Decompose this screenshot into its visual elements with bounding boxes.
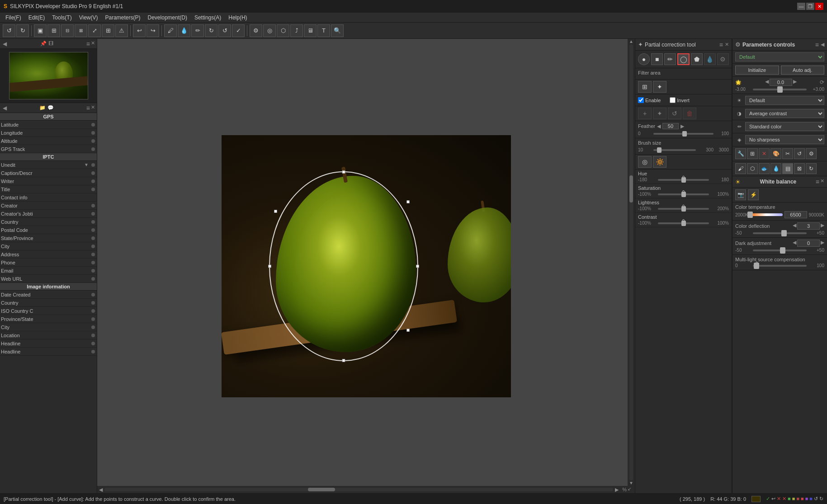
exposure-track[interactable] <box>753 89 807 90</box>
wb-preset-btn[interactable]: 📷 <box>735 189 746 200</box>
contrast-indicator[interactable] <box>681 221 686 226</box>
menu-settings[interactable]: Settings(A) <box>191 14 225 22</box>
search-btn[interactable]: 🔍 <box>331 24 344 37</box>
icon-btn-trim[interactable]: ✂ <box>782 148 793 159</box>
preset-select[interactable]: Default <box>735 52 824 61</box>
hue-track[interactable]: 0 <box>658 179 709 181</box>
sat-track[interactable]: 0 <box>658 193 709 195</box>
minimize-button[interactable]: — <box>797 3 805 10</box>
pct-row2-btn2[interactable]: ✦ <box>653 81 666 93</box>
pct-adjust-icon1[interactable]: 💧 <box>704 53 716 65</box>
pct-icon2-btn1[interactable]: + <box>638 108 652 119</box>
initialize-button[interactable]: Initialize <box>735 66 779 75</box>
warning-button[interactable]: ⚠ <box>115 24 128 37</box>
folder-icon[interactable]: 📁 <box>39 105 46 111</box>
single-view-button[interactable]: ▣ <box>34 24 47 37</box>
pct-icon2-btn3[interactable]: ↺ <box>668 108 681 119</box>
hscroll-arrow-left[interactable]: ◀ <box>98 487 104 493</box>
pct-panel-close[interactable]: ✕ <box>725 42 729 47</box>
pct-global-btn1[interactable]: ◎ <box>638 156 652 168</box>
multilight-thumb[interactable] <box>754 263 759 269</box>
fullscreen-button[interactable]: ⤢ <box>88 24 101 37</box>
hscroll-arrow-right[interactable]: ▶ <box>614 487 619 493</box>
undo-button[interactable]: ↺ <box>3 24 15 37</box>
develop-button[interactable]: 🖊 <box>164 24 177 37</box>
status-undo2[interactable]: ↺ <box>814 496 818 502</box>
info-icon[interactable]: 💬 <box>47 105 54 111</box>
sharpness-select[interactable]: No sharpness <box>745 135 824 144</box>
wb-menu[interactable]: ≡ <box>816 178 819 185</box>
pct-polygon-btn[interactable]: ⬟ <box>691 53 703 65</box>
dark-adj-arrows[interactable]: ◀ ▶ <box>793 240 824 247</box>
icon-btn-crop[interactable]: ⊠ <box>794 163 805 174</box>
nav-left-arrow2[interactable]: ◀ <box>2 105 7 111</box>
status-redo2[interactable]: ↻ <box>819 496 823 502</box>
status-icon-x2[interactable]: ✕ <box>782 496 786 502</box>
status-icon-check[interactable]: ✓ <box>766 496 770 502</box>
icon-btn-grid[interactable]: ▤ <box>782 163 793 174</box>
info-close-icon[interactable]: ✕ <box>91 104 95 112</box>
icon-btn-fish[interactable]: 🐟 <box>759 163 770 174</box>
icon-btn-erase[interactable]: ⬡ <box>747 163 758 174</box>
pct-circle-btn[interactable]: ● <box>638 53 650 65</box>
tool-btn-t[interactable]: T <box>317 24 330 37</box>
sat-indicator[interactable] <box>681 192 686 197</box>
pct-invert-label[interactable]: Invert <box>670 97 690 103</box>
eyedrop-button[interactable]: 💧 <box>178 24 190 37</box>
filmstrip-icon[interactable]: 🎞 <box>48 41 53 47</box>
light-indicator[interactable] <box>681 206 686 212</box>
light-track[interactable]: 0 <box>658 208 709 210</box>
restore-button[interactable]: ❐ <box>806 3 814 10</box>
panel-menu-icon[interactable]: ≡ <box>86 40 90 47</box>
wb-auto-btn[interactable]: ⚡ <box>748 189 759 200</box>
icon-btn-eyedrop[interactable]: 💧 <box>770 163 781 174</box>
brushsize-thumb[interactable] <box>657 147 662 153</box>
auto-adj-button[interactable]: Auto adj. <box>781 66 825 75</box>
color-temp-track[interactable] <box>750 213 783 216</box>
settings-btn[interactable]: ⚙ <box>250 24 262 37</box>
wb-close[interactable]: ✕ <box>820 178 824 185</box>
dark-adj-value[interactable] <box>797 240 820 247</box>
panel-close-icon[interactable]: ✕ <box>91 40 95 47</box>
sel-handle-right[interactable] <box>416 264 419 268</box>
check-button[interactable]: ✓ <box>232 24 245 37</box>
color-temp-thumb[interactable] <box>747 212 753 218</box>
canvas-image[interactable] <box>222 135 511 397</box>
redo-button[interactable]: ↻ <box>16 24 29 37</box>
monitor-btn[interactable]: 🖥 <box>304 24 317 37</box>
dark-adj-thumb[interactable] <box>780 247 785 254</box>
contrast-select[interactable]: Average contrast <box>745 109 824 118</box>
vscroll-track[interactable] <box>629 44 633 480</box>
icon-btn-brush[interactable]: 🖌 <box>735 163 746 174</box>
multilight-track[interactable]: 0 <box>753 265 807 267</box>
pct-enable-label[interactable]: Enable <box>638 97 661 103</box>
pct-invert-checkbox[interactable] <box>670 97 676 103</box>
brushsize-track[interactable] <box>653 149 696 151</box>
vscroll-arrow-up[interactable]: ▲ <box>628 39 635 44</box>
view3-button[interactable]: ⊟ <box>61 24 74 37</box>
exposure-arrows[interactable]: ◀ ▶ <box>765 79 797 86</box>
right-panel-collapse[interactable]: ◀ <box>821 42 824 47</box>
exposure-reset-icon[interactable]: ⟳ <box>820 79 824 85</box>
feather-slider-thumb[interactable] <box>682 131 687 137</box>
close-button[interactable]: ✕ <box>815 3 823 10</box>
feather-slider-track[interactable] <box>653 133 714 135</box>
menu-tools[interactable]: Tools(T) <box>48 14 75 22</box>
exposure-value[interactable] <box>770 79 792 86</box>
pct-icon2-btn2[interactable]: ✦ <box>653 108 666 119</box>
color-defl-thumb[interactable] <box>781 230 787 236</box>
menu-edit[interactable]: Edit(E) <box>25 14 49 22</box>
color-defl-track[interactable] <box>753 232 807 234</box>
contrast-track[interactable]: 0 <box>658 222 709 224</box>
info-menu-icon[interactable]: ≡ <box>86 104 90 112</box>
exposure-thumb[interactable] <box>777 86 783 93</box>
icon-btn-undo[interactable]: ↺ <box>794 148 805 159</box>
hscroll-thumb[interactable] <box>308 488 335 491</box>
iptc-unedit-row[interactable]: Unedit ▼ <box>0 161 97 169</box>
pen-button[interactable]: ✏ <box>191 24 204 37</box>
view4-button[interactable]: ⊠ <box>75 24 87 37</box>
redo2-button[interactable]: ↪ <box>146 24 159 37</box>
color-select[interactable]: Standard color <box>745 122 824 131</box>
icon-btn-delete[interactable]: ✕ <box>759 148 770 159</box>
pct-icon2-btn4[interactable]: 🗑 <box>683 108 696 119</box>
